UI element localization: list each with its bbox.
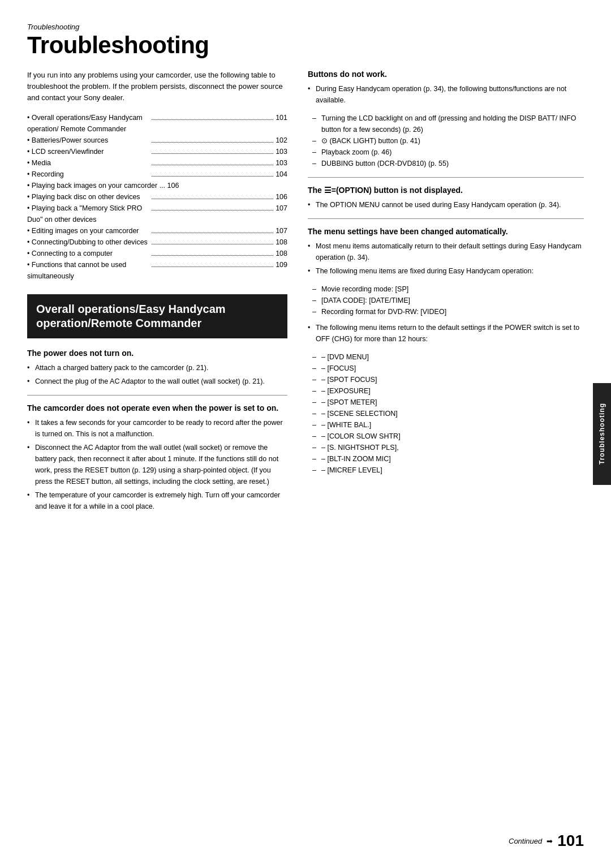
not-operate-bullets: It takes a few seconds for your camcorde…: [27, 417, 287, 512]
subsection-power: The power does not turn on. Attach a cha…: [27, 349, 287, 387]
right-column: Buttons do not work. During Easy Handyca…: [308, 70, 584, 518]
list-item: – [MICREF LEVEL]: [312, 465, 584, 476]
subsection-power-title: The power does not turn on.: [27, 349, 287, 358]
list-item: The following menu items return to the d…: [308, 322, 584, 345]
toc-item: • Playing back a "Memory Stick PRO Duo" …: [27, 203, 287, 225]
footer: Continued ➡ 101: [509, 832, 584, 850]
menu-title: The menu settings have been changed auto…: [308, 227, 584, 236]
footer-arrow-icon: ➡: [547, 837, 553, 845]
toc-item: • Functions that cannot be used simultan…: [27, 259, 287, 282]
divider: [308, 177, 584, 178]
power-bullets: Attach a charged battery pack to the cam…: [27, 362, 287, 387]
section-box-title: Overall operations/Easy Handycam operati…: [36, 302, 278, 330]
toc-item: • LCD screen/Viewfinder 103: [27, 146, 287, 157]
list-item: Most menu items automatically return to …: [308, 240, 584, 263]
divider: [27, 395, 287, 396]
toc-item: • Recording 104: [27, 169, 287, 180]
footer-page-number: 101: [557, 832, 584, 850]
toc-list: • Overall operations/Easy Handycam opera…: [27, 112, 287, 282]
list-item: – [WHITE BAL.]: [312, 419, 584, 431]
buttons-title: Buttons do not work.: [308, 70, 584, 79]
toc-item: • Playing back disc on other devices 106: [27, 191, 287, 203]
menu-dashes2: – [DVD MENU] – [FOCUS] – [SPOT FOCUS] – …: [312, 351, 584, 476]
buttons-bullets: During Easy Handycam operation (p. 34), …: [308, 83, 584, 106]
menu-bullets: Most menu items automatically return to …: [308, 240, 584, 277]
list-item: DUBBING button (DCR-DVD810) (p. 55): [312, 158, 584, 169]
list-item: The following menu items are fixed durin…: [308, 265, 584, 277]
option-bullets: The OPTION MENU cannot be used during Ea…: [308, 199, 584, 210]
toc-item: • Overall operations/Easy Handycam opera…: [27, 112, 287, 135]
option-title: The ☰=(OPTION) button is not displayed.: [308, 186, 584, 195]
left-column: If you run into any problems using your …: [27, 70, 287, 518]
breadcrumb: Troubleshooting: [27, 23, 584, 31]
toc-item: • Batteries/Power sources 102: [27, 135, 287, 146]
subsection-not-operate-title: The camcorder does not operate even when…: [27, 403, 287, 412]
toc-item: • Connecting to a computer 108: [27, 248, 287, 259]
list-item: Movie recording mode: [SP]: [312, 283, 584, 295]
list-item: – [BLT-IN ZOOM MIC]: [312, 453, 584, 465]
subsection-buttons: Buttons do not work. During Easy Handyca…: [308, 70, 584, 169]
toc-item: • Media 103: [27, 157, 287, 169]
list-item: – [SPOT FOCUS]: [312, 374, 584, 385]
page-title: Troubleshooting: [27, 32, 584, 58]
page: Troubleshooting Troubleshooting If you r…: [0, 0, 611, 868]
list-item: Recording format for DVD-RW: [VIDEO]: [312, 306, 584, 317]
intro-text: If you run into any problems using your …: [27, 70, 287, 104]
list-item: [DATA CODE]: [DATE/TIME]: [312, 295, 584, 306]
list-item: Playback zoom (p. 46): [312, 147, 584, 158]
list-item: It takes a few seconds for your camcorde…: [27, 417, 287, 440]
list-item: The OPTION MENU cannot be used during Ea…: [308, 199, 584, 210]
subsection-option: The ☰=(OPTION) button is not displayed. …: [308, 186, 584, 210]
list-item: – [SPOT METER]: [312, 397, 584, 408]
subsection-not-operate: The camcorder does not operate even when…: [27, 403, 287, 512]
toc-item: • Connecting/Dubbing to other devices 10…: [27, 237, 287, 248]
toc-item: • Playing back images on your camcorder …: [27, 180, 287, 191]
menu-bullets2: The following menu items return to the d…: [308, 322, 584, 345]
list-item: – [SCENE SELECTION]: [312, 408, 584, 419]
footer-continued: Continued: [509, 837, 542, 845]
side-tab-label: Troubleshooting: [598, 403, 606, 465]
list-item: ⊙ (BACK LIGHT) button (p. 41): [312, 135, 584, 147]
list-item: Disconnect the AC Adaptor from the wall …: [27, 442, 287, 487]
section-box: Overall operations/Easy Handycam operati…: [27, 294, 287, 338]
toc-item: • Editing images on your camcorder 107: [27, 225, 287, 237]
menu-dashes1: Movie recording mode: [SP] [DATA CODE]: …: [312, 283, 584, 317]
list-item: – [COLOR SLOW SHTR]: [312, 431, 584, 442]
side-tab: Troubleshooting: [593, 383, 611, 485]
list-item: – [EXPOSURE]: [312, 385, 584, 397]
list-item: The temperature of your camcorder is ext…: [27, 489, 287, 512]
list-item: – [DVD MENU]: [312, 351, 584, 363]
list-item: Attach a charged battery pack to the cam…: [27, 362, 287, 373]
list-item: During Easy Handycam operation (p. 34), …: [308, 83, 584, 106]
buttons-dashes: Turning the LCD backlight on and off (pr…: [312, 113, 584, 169]
list-item: – [FOCUS]: [312, 363, 584, 374]
list-item: Turning the LCD backlight on and off (pr…: [312, 113, 584, 135]
subsection-menu: The menu settings have been changed auto…: [308, 227, 584, 476]
list-item: Connect the plug of the AC Adaptor to th…: [27, 376, 287, 387]
list-item: – [S. NIGHTSHOT PLS],: [312, 442, 584, 453]
divider: [308, 218, 584, 219]
